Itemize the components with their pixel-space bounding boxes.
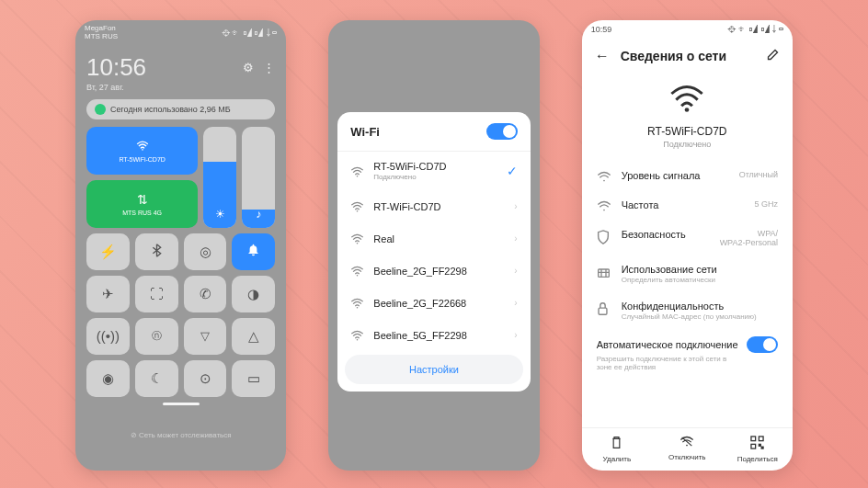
detail-sub: Случайный MAC-адрес (по умолчанию) — [622, 312, 778, 321]
wifi-settings-button[interactable]: Настройки — [345, 355, 522, 384]
music-note-icon: ♪ — [256, 208, 261, 221]
status-time: 10:59 — [591, 25, 612, 34]
qr-icon — [723, 436, 793, 452]
tile-bluetooth[interactable] — [135, 233, 178, 270]
chevron-right-icon: › — [514, 201, 517, 211]
tile-nfc[interactable]: ⓝ — [135, 318, 178, 355]
tile-eye-comfort[interactable]: ◑ — [232, 276, 275, 312]
nfc-icon: ⓝ — [152, 329, 162, 343]
detail-icon — [597, 171, 611, 183]
detail-icon — [597, 230, 611, 244]
page-title: Сведения о сети — [621, 49, 755, 63]
data-usage-pill[interactable]: Сегодня использовано 2,96 МБ — [86, 99, 275, 119]
date-label: Вт, 27 авг. — [86, 83, 275, 92]
action-delete[interactable]: Удалить — [582, 428, 652, 471]
tile-auto-rotate[interactable]: ◎ — [184, 233, 227, 270]
drag-handle[interactable] — [163, 403, 200, 405]
status-bar: 10:59 ⌖ ᯤ ▯◢ ▯◢ ⏚ ▭ — [582, 20, 793, 39]
svg-rect-16 — [751, 444, 756, 448]
tile-wallet[interactable]: ▭ — [232, 360, 275, 397]
wifi-toggle[interactable] — [486, 123, 518, 140]
detail-icon — [597, 301, 611, 316]
tile-location[interactable]: ◉ — [86, 360, 130, 397]
detail-label: Использование сети — [622, 264, 778, 275]
svg-point-6 — [357, 339, 359, 341]
detail-icon — [597, 200, 611, 212]
svg-point-2 — [357, 210, 359, 212]
detail-value: 5 GHz — [754, 199, 778, 209]
settings-gear-icon[interactable]: ⚙ — [243, 61, 254, 74]
network-name: Real — [373, 233, 505, 244]
svg-rect-18 — [761, 447, 763, 448]
tile-alert[interactable]: △ — [232, 318, 275, 355]
svg-point-3 — [357, 243, 359, 244]
auto-connect-toggle[interactable] — [747, 336, 778, 353]
crop-icon: ⛶ — [150, 286, 164, 301]
wifi-network-row[interactable]: Beeline_2G_FF2298› — [337, 255, 530, 287]
hotspot-icon: ((•)) — [97, 328, 120, 344]
tile-airplane[interactable]: ✈ — [86, 276, 130, 312]
tile-hotspot[interactable]: ((•)) — [86, 318, 130, 355]
svg-rect-11 — [599, 308, 607, 314]
action-share[interactable]: Поделиться — [723, 428, 793, 471]
phone-wifi-icon: ✆ — [200, 286, 211, 302]
network-name: RT-WiFi-CD7D — [373, 201, 505, 212]
detail-sub: Определить автоматически — [622, 276, 778, 284]
wifi-network-row[interactable]: Beeline_2G_F22668› — [337, 287, 530, 319]
detail-value: Отличный — [739, 170, 778, 179]
more-icon[interactable]: ⋮ — [263, 61, 275, 74]
network-name: Beeline_2G_FF2298 — [373, 266, 505, 277]
network-status: Подключено — [373, 173, 497, 181]
svg-rect-14 — [751, 437, 756, 441]
svg-rect-10 — [598, 269, 609, 277]
svg-point-0 — [142, 149, 143, 151]
back-button[interactable]: ← — [595, 48, 610, 64]
detail-icon — [597, 265, 611, 278]
connection-status: Подключено — [582, 140, 793, 149]
tile-dnd[interactable] — [232, 233, 275, 270]
wifi-tile[interactable]: RT-5WiFi-CD7D — [86, 127, 198, 175]
wifi-network-row[interactable]: RT-5WiFi-CD7DПодключено✓ — [337, 152, 530, 190]
tile-record[interactable]: ⊙ — [184, 360, 227, 397]
wifi-network-row[interactable]: Real› — [337, 222, 530, 255]
detail-value: WPA/WPA2-Personal — [720, 229, 778, 247]
wifi-icon — [350, 264, 364, 278]
svg-point-8 — [603, 180, 605, 182]
detail-row[interactable]: Использование сетиОпределить автоматичес… — [582, 255, 793, 292]
svg-rect-17 — [760, 444, 761, 446]
trash-icon — [582, 436, 652, 452]
status-icons: ⌖ ᯤ ▯◢ ▯◢ ⏚ ▭ — [727, 25, 783, 34]
svg-point-12 — [686, 445, 688, 447]
tile-wifi-calling[interactable]: ✆ — [184, 276, 227, 312]
wifi-signal-icon — [582, 72, 793, 119]
volume-slider[interactable]: ♪ — [242, 127, 275, 228]
edit-button[interactable] — [766, 48, 780, 64]
svg-rect-15 — [760, 437, 764, 441]
detail-label: Уровень сигнала — [622, 170, 729, 181]
rotate-icon: ◎ — [200, 244, 211, 260]
wifi-network-row[interactable]: RT-WiFi-CD7D› — [337, 190, 530, 222]
tile-power-saver[interactable]: ⚡ — [86, 233, 130, 270]
svg-point-4 — [357, 275, 359, 277]
bell-icon — [247, 244, 259, 259]
tile-night[interactable]: ☾ — [135, 360, 178, 397]
chevron-right-icon: › — [514, 298, 517, 308]
mobile-data-tile[interactable]: ⇅ MTS RUS 4G — [86, 180, 198, 228]
network-name: Beeline_2G_F22668 — [373, 298, 505, 309]
phone-network-details: 10:59 ⌖ ᯤ ▯◢ ▯◢ ⏚ ▭ ← Сведения о сети RT… — [582, 20, 793, 471]
detail-row[interactable]: КонфиденциальностьСлучайный MAC-адрес (п… — [582, 292, 793, 329]
check-icon: ✓ — [507, 164, 518, 178]
record-icon: ⊙ — [200, 370, 211, 387]
tile-screenshot[interactable]: ⛶ — [135, 276, 178, 312]
moon-icon: ☾ — [151, 370, 163, 387]
wifi-network-row[interactable]: Beeline_5G_FF2298› — [337, 319, 530, 351]
carrier-2: MTS RUS — [85, 33, 118, 41]
network-monitoring-notice: ⊘ Сеть может отслеживаться — [86, 431, 275, 439]
action-disconnect[interactable]: Отключить — [652, 428, 722, 471]
airplane-icon: ✈ — [102, 286, 114, 302]
chevron-right-icon: › — [514, 266, 517, 276]
brightness-slider[interactable]: ☀ — [203, 127, 236, 228]
tile-flashlight[interactable]: ▽ — [184, 318, 227, 355]
chevron-right-icon: › — [514, 233, 517, 244]
location-icon: ◉ — [102, 370, 114, 387]
